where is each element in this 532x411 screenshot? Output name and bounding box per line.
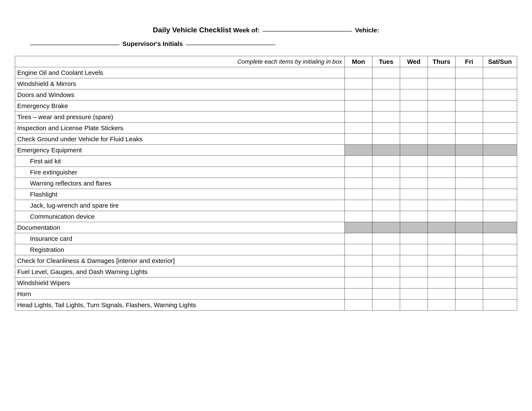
initial-box[interactable] [372, 78, 400, 89]
initial-box[interactable] [456, 67, 483, 78]
initial-box[interactable] [456, 156, 483, 167]
initial-box[interactable] [483, 134, 517, 145]
initial-box[interactable] [372, 211, 400, 222]
vehicle-blank[interactable] [30, 45, 119, 45]
initial-box[interactable] [372, 112, 400, 122]
initial-box[interactable] [400, 89, 428, 100]
initial-box[interactable] [483, 112, 517, 122]
initial-box[interactable] [372, 233, 400, 244]
initial-box[interactable] [372, 266, 400, 277]
initial-box[interactable] [345, 189, 372, 200]
initial-box[interactable] [372, 67, 400, 78]
initial-box[interactable] [372, 100, 400, 112]
initial-box[interactable] [372, 289, 400, 299]
initial-box[interactable] [428, 255, 456, 266]
initial-box[interactable] [428, 156, 456, 167]
initial-box[interactable] [345, 266, 372, 277]
initial-box[interactable] [428, 266, 456, 277]
initial-box[interactable] [345, 112, 372, 122]
initial-box[interactable] [428, 122, 456, 134]
initial-box[interactable] [483, 233, 517, 244]
initial-box[interactable] [400, 78, 428, 89]
initial-box[interactable] [400, 233, 428, 244]
initial-box[interactable] [345, 200, 372, 211]
initial-box[interactable] [483, 189, 517, 200]
initial-box[interactable] [345, 289, 372, 299]
initial-box[interactable] [483, 266, 517, 277]
initial-box[interactable] [456, 233, 483, 244]
initial-box[interactable] [428, 189, 456, 200]
initial-box[interactable] [400, 211, 428, 222]
initial-box[interactable] [372, 122, 400, 134]
initial-box[interactable] [456, 211, 483, 222]
initial-box[interactable] [400, 255, 428, 266]
initial-box[interactable] [456, 78, 483, 89]
initial-box[interactable] [400, 244, 428, 255]
initial-box[interactable] [400, 156, 428, 167]
initial-box[interactable] [483, 299, 517, 311]
initial-box[interactable] [345, 122, 372, 134]
initial-box[interactable] [483, 78, 517, 89]
initial-box[interactable] [400, 299, 428, 311]
initial-box[interactable] [428, 78, 456, 89]
initial-box[interactable] [428, 211, 456, 222]
initial-box[interactable] [456, 167, 483, 178]
initial-box[interactable] [400, 100, 428, 112]
initial-box[interactable] [400, 167, 428, 178]
initial-box[interactable] [483, 167, 517, 178]
initial-box[interactable] [456, 299, 483, 311]
initial-box[interactable] [428, 100, 456, 112]
initial-box[interactable] [428, 167, 456, 178]
initial-box[interactable] [345, 178, 372, 189]
initial-box[interactable] [456, 100, 483, 112]
initial-box[interactable] [372, 89, 400, 100]
initial-box[interactable] [345, 167, 372, 178]
initial-box[interactable] [400, 178, 428, 189]
initial-box[interactable] [345, 134, 372, 145]
initial-box[interactable] [428, 233, 456, 244]
initial-box[interactable] [456, 266, 483, 277]
initial-box[interactable] [400, 122, 428, 134]
initial-box[interactable] [400, 67, 428, 78]
initial-box[interactable] [400, 189, 428, 200]
initial-box[interactable] [456, 122, 483, 134]
initial-box[interactable] [400, 200, 428, 211]
initial-box[interactable] [345, 255, 372, 266]
initial-box[interactable] [428, 67, 456, 78]
initial-box[interactable] [345, 299, 372, 311]
initial-box[interactable] [345, 277, 372, 289]
initial-box[interactable] [456, 112, 483, 122]
initial-box[interactable] [483, 178, 517, 189]
initial-box[interactable] [345, 78, 372, 89]
initial-box[interactable] [345, 211, 372, 222]
initial-box[interactable] [345, 89, 372, 100]
initial-box[interactable] [400, 277, 428, 289]
initial-box[interactable] [372, 189, 400, 200]
initial-box[interactable] [456, 277, 483, 289]
initial-box[interactable] [428, 277, 456, 289]
initial-box[interactable] [483, 156, 517, 167]
initial-box[interactable] [456, 178, 483, 189]
initial-box[interactable] [400, 266, 428, 277]
initial-box[interactable] [456, 255, 483, 266]
initial-box[interactable] [456, 189, 483, 200]
initial-box[interactable] [456, 134, 483, 145]
initial-box[interactable] [428, 89, 456, 100]
initial-box[interactable] [372, 156, 400, 167]
initial-box[interactable] [456, 200, 483, 211]
initial-box[interactable] [483, 67, 517, 78]
initial-box[interactable] [400, 112, 428, 122]
initial-box[interactable] [428, 299, 456, 311]
initial-box[interactable] [400, 289, 428, 299]
initial-box[interactable] [456, 89, 483, 100]
initial-box[interactable] [483, 289, 517, 299]
initial-box[interactable] [428, 112, 456, 122]
initial-box[interactable] [345, 233, 372, 244]
initial-box[interactable] [428, 134, 456, 145]
initial-box[interactable] [372, 200, 400, 211]
initial-box[interactable] [428, 200, 456, 211]
initial-box[interactable] [483, 200, 517, 211]
initial-box[interactable] [372, 178, 400, 189]
initial-box[interactable] [483, 255, 517, 266]
initial-box[interactable] [456, 289, 483, 299]
